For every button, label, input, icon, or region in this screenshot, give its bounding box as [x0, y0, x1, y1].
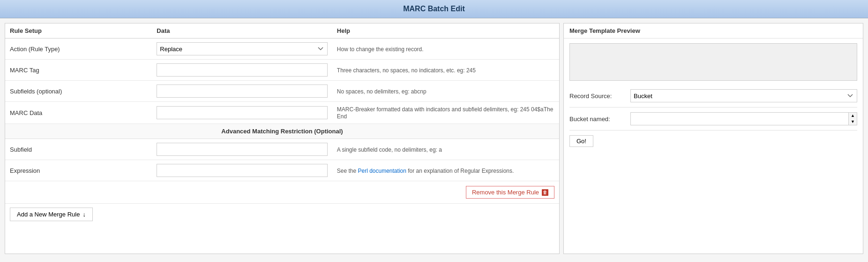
- advanced-section-header: Advanced Matching Restriction (Optional): [5, 124, 559, 139]
- remove-row: Remove this Merge Rule 🗑: [5, 181, 559, 204]
- remove-btn-label: Remove this Merge Rule: [472, 189, 539, 196]
- add-arrow-icon: ↓: [82, 211, 86, 218]
- subfields-input[interactable]: [157, 85, 328, 98]
- data-subfields: [152, 81, 332, 102]
- add-btn-label: Add a New Merge Rule: [17, 211, 80, 218]
- go-btn-label: Go!: [576, 138, 586, 145]
- app-title: MARC Batch Edit: [403, 5, 465, 13]
- right-panel-form: Record Source: Bucket Z39.50 Import Queu…: [564, 85, 863, 151]
- spinbox-up[interactable]: ▲: [849, 113, 857, 119]
- spinbox-down[interactable]: ▼: [849, 119, 857, 125]
- record-source-select[interactable]: Bucket Z39.50 Import Queue: [630, 89, 857, 102]
- table-row: Action (Rule Type) Replace Add Delete Ho…: [5, 39, 559, 60]
- record-source-label: Record Source:: [569, 92, 626, 100]
- main-layout: Rule Setup Data Help Action (Rule Type) …: [0, 18, 868, 259]
- table-row: Subfields (optional) No spaces, no delim…: [5, 81, 559, 102]
- table-row: MARC Tag Three characters, no spaces, no…: [5, 60, 559, 81]
- right-panel: Merge Template Preview Record Source: Bu…: [563, 23, 863, 254]
- add-new-merge-rule-button[interactable]: Add a New Merge Rule ↓: [10, 208, 93, 221]
- data-marc-tag: [152, 60, 332, 81]
- help-expression: See the Perl documentation for an explan…: [332, 160, 559, 181]
- help-prefix: See the: [337, 168, 358, 174]
- label-subfields: Subfields (optional): [5, 81, 152, 102]
- rule-table: Rule Setup Data Help Action (Rule Type) …: [5, 23, 559, 204]
- record-source-control: Bucket Z39.50 Import Queue: [630, 89, 857, 102]
- expression-input[interactable]: [157, 164, 328, 177]
- label-marc-data: MARC Data: [5, 102, 152, 124]
- table-row: MARC Data MARC-Breaker formatted data wi…: [5, 102, 559, 124]
- help-suffix: for an explanation of Regular Expression…: [406, 168, 514, 174]
- table-row: Subfield A single subfield code, no deli…: [5, 139, 559, 160]
- merge-preview-area: [569, 43, 857, 81]
- col-header-help: Help: [332, 23, 559, 39]
- action-select[interactable]: Replace Add Delete: [157, 42, 328, 55]
- help-marc-tag: Three characters, no spaces, no indicato…: [332, 60, 559, 81]
- bucket-input[interactable]: [631, 113, 848, 125]
- marc-data-input[interactable]: [157, 106, 328, 119]
- perl-doc-link[interactable]: Perl documentation: [358, 168, 406, 174]
- label-expression: Expression: [5, 160, 152, 181]
- label-marc-tag: MARC Tag: [5, 60, 152, 81]
- bucket-spinbox: ▲ ▼: [630, 112, 857, 125]
- col-header-data: Data: [152, 23, 332, 39]
- adv-subfield-input[interactable]: [157, 143, 328, 156]
- help-action: How to change the existing record.: [332, 39, 559, 60]
- go-row: Go!: [569, 135, 857, 147]
- bucket-named-control: ▲ ▼: [630, 112, 857, 125]
- go-button[interactable]: Go!: [569, 135, 593, 147]
- advanced-title: Advanced Matching Restriction (Optional): [221, 128, 343, 135]
- help-subfields: No spaces, no delimiters, eg: abcnp: [332, 81, 559, 102]
- data-expression: [152, 160, 332, 181]
- label-adv-subfield: Subfield: [5, 139, 152, 160]
- col-header-rule-setup: Rule Setup: [5, 23, 152, 39]
- data-adv-subfield: [152, 139, 332, 160]
- spinbox-arrows: ▲ ▼: [848, 113, 857, 125]
- remove-merge-rule-button[interactable]: Remove this Merge Rule 🗑: [466, 186, 554, 199]
- trash-icon: 🗑: [542, 189, 548, 196]
- label-action: Action (Rule Type): [5, 39, 152, 60]
- data-marc-data: [152, 102, 332, 124]
- merge-preview-title: Merge Template Preview: [569, 27, 640, 34]
- marc-tag-input[interactable]: [157, 63, 328, 77]
- bucket-named-row: Bucket named: ▲ ▼: [569, 112, 857, 131]
- help-marc-data: MARC-Breaker formatted data with indicat…: [332, 102, 559, 124]
- right-panel-title: Merge Template Preview: [564, 23, 863, 39]
- bucket-named-label: Bucket named:: [569, 116, 626, 123]
- record-source-row: Record Source: Bucket Z39.50 Import Queu…: [569, 89, 857, 108]
- app-header: MARC Batch Edit: [0, 0, 868, 18]
- help-adv-subfield: A single subfield code, no delimiters, e…: [332, 139, 559, 160]
- left-panel: Rule Setup Data Help Action (Rule Type) …: [5, 23, 560, 254]
- data-action: Replace Add Delete: [152, 39, 332, 60]
- table-row: Expression See the Perl documentation fo…: [5, 160, 559, 181]
